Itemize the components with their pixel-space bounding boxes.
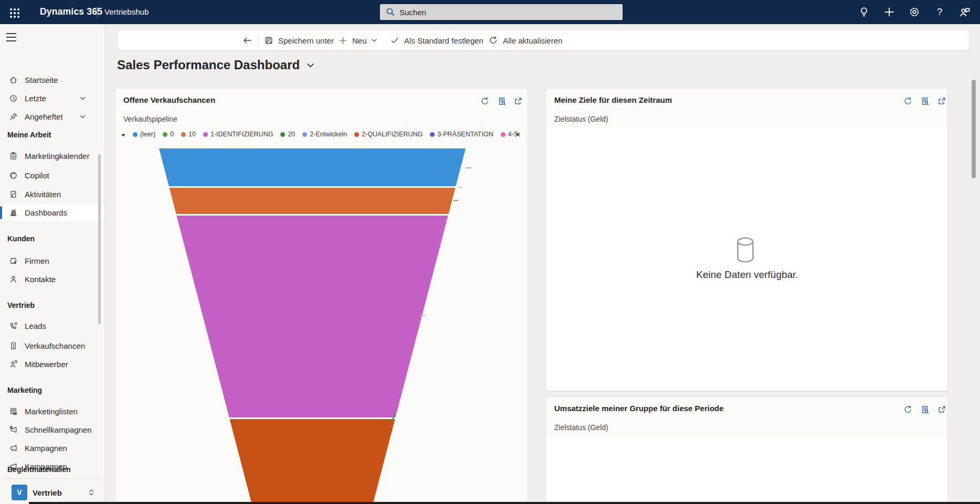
legend-item[interactable]: 3-PRÄSENTATION (430, 131, 493, 138)
contacts-icon (9, 275, 18, 284)
legend-item[interactable]: 0 (163, 131, 174, 138)
card-expand-button[interactable] (937, 96, 946, 106)
app-title[interactable]: Dynamics 365 (40, 6, 102, 17)
search-input[interactable] (380, 4, 623, 20)
label-leader-tick (454, 200, 458, 201)
app-launcher-button[interactable] (4, 3, 23, 22)
card-view-records-button[interactable] (497, 96, 507, 106)
card-refresh-button[interactable] (480, 96, 490, 106)
sidebar-item-copilot[interactable]: Copilot (0, 167, 104, 184)
global-search (380, 4, 623, 20)
funnel-segment-2[interactable] (159, 188, 466, 214)
legend-dot (430, 132, 435, 137)
sidebar-item-mitbewerber[interactable]: Mitbewerber (0, 356, 104, 372)
report-icon (497, 96, 507, 106)
card-refresh-button[interactable] (903, 96, 913, 106)
sidebar-item-label: Schnellkampagnen (25, 425, 92, 434)
funnel-segment-4[interactable] (159, 419, 466, 504)
sidebar-section-begleitmaterialien: Begleitmaterialien (7, 465, 71, 476)
chart-title: Zielstatus (Geld) (554, 423, 608, 432)
hub-title[interactable]: Vertriebshub (104, 7, 149, 16)
sidebar-item-schnellkampagnen[interactable]: Schnellkampagnen (0, 422, 104, 438)
search-icon (386, 7, 395, 17)
sidebar-section-marketing: Marketing (7, 386, 42, 396)
add-button[interactable] (881, 4, 898, 20)
main-scrollbar[interactable] (972, 80, 976, 178)
feedback-button[interactable] (956, 4, 973, 20)
card-refresh-button[interactable] (903, 405, 913, 414)
save-as-button[interactable]: Speichern unter (264, 30, 334, 50)
legend-item[interactable]: 2-Entwickeln (302, 131, 347, 138)
set-default-button[interactable]: Als Standard festlegen (390, 30, 483, 50)
gear-icon (909, 6, 920, 18)
sidebar-item-marketingkalender[interactable]: Marketingkalender (0, 148, 104, 164)
funnel-segment-3[interactable] (159, 216, 466, 417)
sidebar-item-label: Marketinglisten (25, 407, 78, 416)
marketing-lists-icon (9, 407, 18, 416)
lightbulb-icon (858, 6, 870, 18)
legend-next-button[interactable]: ► (515, 131, 521, 137)
sidebar-item-startseite[interactable]: Startseite (0, 72, 104, 88)
chevron-down-icon[interactable] (79, 113, 86, 120)
legend-dot (354, 132, 359, 137)
sidebar-item-firmen[interactable]: Firmen (0, 253, 104, 269)
top-navigation-bar: Dynamics 365 Vertriebshub ? (0, 0, 980, 24)
waffle-icon (10, 8, 12, 10)
site-map-sidebar: Startseite Letzte Angeheftet Meine Arbei… (0, 24, 105, 504)
sidebar-item-kampagnen[interactable]: Kampagnen (0, 440, 104, 456)
opportunities-icon (9, 341, 18, 350)
new-split-chevron[interactable] (371, 30, 378, 50)
popout-icon (937, 405, 946, 414)
activities-icon (9, 190, 18, 199)
legend-dot (133, 132, 138, 137)
plus-icon (339, 36, 347, 45)
back-button[interactable] (242, 30, 252, 50)
dashboard-selector[interactable]: Sales Performance Dashboard (117, 58, 315, 72)
help-button[interactable]: ? (931, 4, 948, 20)
lightbulb-button[interactable] (856, 4, 872, 20)
legend-item[interactable]: 20 (280, 131, 295, 138)
unfold-chevron-icon (87, 488, 96, 497)
report-icon (920, 96, 930, 106)
popout-icon (513, 96, 523, 106)
card-view-records-button[interactable] (920, 405, 930, 414)
refresh-icon (489, 36, 498, 45)
card-expand-button[interactable] (513, 96, 523, 106)
collapse-sidebar-button[interactable] (6, 33, 18, 42)
database-icon (733, 237, 757, 264)
legend-item[interactable]: (leer) (133, 131, 155, 138)
group-goals-card: Umsatzziele meiner Gruppe für diese Peri… (545, 396, 948, 504)
chart-title: Verkaufspipeline (123, 115, 177, 123)
sidebar-item-kontakte[interactable]: Kontakte (0, 271, 104, 287)
legend-prev-button[interactable]: ◄ (120, 132, 125, 137)
quick-campaigns-icon (9, 425, 18, 434)
settings-button[interactable] (906, 4, 923, 20)
sidebar-item-leads[interactable]: Leads (0, 318, 104, 334)
card-expand-button[interactable] (937, 405, 946, 414)
legend-item[interactable]: 10 (181, 131, 196, 138)
sidebar-item-dashboards[interactable]: Dashboards (0, 205, 104, 221)
sidebar-section-vertrieb: Vertrieb (7, 301, 35, 312)
sidebar-item-label: Verkaufschancen (25, 341, 85, 350)
legend-item[interactable]: 1-IDENTIFIZIERUNG (203, 131, 273, 138)
area-switcher[interactable]: V Vertrieb (0, 481, 104, 503)
card-title: Meine Ziele für diesen Zeitraum (554, 95, 672, 104)
sidebar-scrollbar[interactable] (98, 154, 101, 324)
sidebar-item-letzte[interactable]: Letzte (0, 90, 104, 106)
sidebar-item-verkaufschancen[interactable]: Verkaufschancen (0, 338, 104, 354)
screen-bottom-edge (29, 502, 980, 504)
card-view-records-button[interactable] (920, 96, 930, 106)
legend-dot (163, 132, 167, 137)
card-title: Offene Verkaufschancen (123, 95, 215, 104)
funnel-segment-1[interactable] (159, 148, 466, 186)
sidebar-item-angeheftet[interactable]: Angeheftet (0, 109, 104, 125)
sidebar-item-aktivitaeten[interactable]: Aktivitäten (0, 186, 104, 202)
chevron-down-icon[interactable] (79, 95, 86, 102)
new-button[interactable]: Neu (339, 30, 367, 50)
sidebar-item-marketinglisten[interactable]: Marketinglisten (0, 403, 104, 420)
sidebar-item-label: Mitbewerber (25, 360, 68, 369)
legend-item[interactable]: 2-QUALIFIZIERUNG (354, 131, 423, 138)
open-opportunities-card: Offene Verkaufschancen Verkaufspipeline … (114, 88, 528, 504)
refresh-all-button[interactable]: Alle aktualisieren (489, 30, 562, 50)
card-title: Umsatzziele meiner Gruppe für diese Peri… (554, 404, 724, 413)
